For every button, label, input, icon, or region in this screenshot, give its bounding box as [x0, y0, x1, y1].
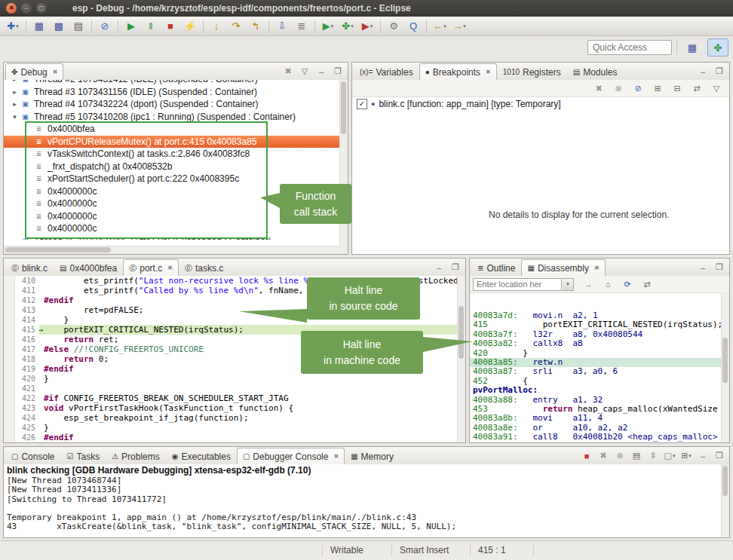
scrollbar-thumb[interactable] [5, 247, 111, 252]
drop-to-frame-icon[interactable]: ⇩ [273, 18, 291, 35]
window-minimize-button[interactable]: – [21, 3, 32, 14]
build-icon[interactable]: ⚙ [385, 18, 403, 35]
stack-frame-row[interactable]: ≣0x4000000c [4, 222, 340, 235]
disassembly-line[interactable]: 420 } [470, 349, 722, 358]
expand-toggle-icon[interactable]: ▸ [10, 237, 20, 240]
open-console-icon[interactable]: ⊞▾ [679, 449, 694, 463]
link-with-debug-icon[interactable]: ⇄ [688, 81, 706, 95]
tab-registers[interactable]: 1010 Registers [497, 63, 567, 80]
close-icon[interactable]: ✖ [594, 265, 600, 271]
disassembly-line[interactable]: 415 portEXIT_CRITICAL_NESTED(irqStatus); [470, 320, 722, 329]
remove-launch-icon[interactable]: ✖ [596, 449, 611, 463]
run-icon[interactable]: ▶▾ [319, 18, 337, 35]
forward-icon[interactable]: →▾ [450, 18, 468, 35]
clear-console-icon[interactable]: ▤ [629, 449, 644, 463]
maximize-icon[interactable]: ❐ [712, 261, 727, 274]
refresh-icon[interactable]: ⟳ [618, 277, 636, 291]
view-menu-icon[interactable]: ▽ [297, 65, 312, 78]
remove-all-launches-icon[interactable]: ⊗ [612, 449, 627, 463]
window-close-button[interactable]: ✖ [6, 3, 17, 14]
scroll-lock-icon[interactable]: ⇳ [646, 449, 661, 463]
step-into-icon[interactable]: ↓ [207, 18, 225, 35]
terminate-icon[interactable]: ■ [579, 449, 594, 463]
editor-line[interactable]: 424 esp_set_breakpoint_if_jtag(function)… [4, 413, 465, 423]
minimize-icon[interactable]: – [695, 65, 710, 78]
editor-line[interactable]: 423void vPortFirstTaskHook(TaskFunction_… [4, 403, 465, 413]
close-icon[interactable]: ✖ [333, 453, 339, 460]
back-icon[interactable]: ←▾ [431, 18, 449, 35]
tab-blink-c[interactable]: ⓒ blink.c [5, 259, 54, 276]
debug-thread-row[interactable]: ▸▣Thread #3 1073431156 (IDLE) (Suspended… [4, 86, 340, 99]
console-vertical-scrollbar[interactable] [721, 464, 729, 537]
disassembly-line[interactable]: 40083a8b: movi a11, 4 [470, 414, 722, 423]
sync-selection-icon[interactable]: ⇄ [638, 277, 656, 291]
debug-thread-row[interactable]: ▸▣Thread #6 1073431096 (Tmr Svc) (Suspen… [4, 235, 340, 240]
disassembly-listing[interactable]: 40083a7d: movi.n a2, 1415 portEXIT_CRITI… [470, 310, 722, 442]
tab-breakpoints[interactable]: ● Breakpoints ✖ [419, 63, 497, 80]
disassembly-line[interactable]: 40083a8e: or a10, a2, a2 [470, 424, 722, 433]
tab-modules[interactable]: ▤ Modules [567, 63, 624, 80]
disassembly-line[interactable]: 40083a82: callx8 a8 [470, 339, 722, 348]
tab-outline[interactable]: ≣ Outline [471, 259, 521, 276]
maximize-icon[interactable]: ❐ [330, 65, 345, 78]
collapse-all-icon[interactable]: ⊟ [668, 81, 686, 95]
close-icon[interactable]: ✖ [486, 69, 491, 75]
disassembly-line[interactable]: 452 { [470, 377, 722, 386]
remove-all-terminated-icon[interactable]: ✖ [281, 65, 296, 78]
stack-frame-row[interactable]: ≣0x4000bfea [4, 123, 340, 136]
suspend-icon[interactable]: ‖ [142, 18, 160, 35]
scrollbar-thumb[interactable] [722, 466, 728, 496]
disassembly-line[interactable]: 40083a7f: l32r a8, 0x40080544 [470, 330, 722, 339]
disassembly-vertical-scrollbar[interactable] [721, 292, 729, 442]
breakpoint-list-item[interactable]: ✓ ● blink.c [function: app_main] [type: … [352, 97, 729, 111]
location-input[interactable] [473, 278, 562, 291]
terminate-icon[interactable]: ■ [161, 18, 179, 35]
expand-toggle-icon[interactable]: ▸ [10, 88, 20, 96]
quick-access-input[interactable] [587, 40, 672, 55]
disassembly-line[interactable]: 40083a88: entry a1, 32 [470, 396, 722, 405]
expand-toggle-icon[interactable]: ▸ [10, 80, 20, 83]
close-icon[interactable]: ✖ [167, 265, 173, 271]
disassembly-line[interactable]: 453 return heap_caps_malloc(xWantedSize [470, 405, 722, 414]
close-icon[interactable]: ✖ [53, 69, 58, 75]
maximize-icon[interactable]: ❐ [712, 449, 727, 463]
display-selected-console-icon[interactable]: ▢▾ [662, 449, 677, 463]
instruction-stepping-icon[interactable]: ≣ [293, 18, 311, 35]
debug-horizontal-scrollbar[interactable] [4, 246, 340, 254]
tab-disassembly[interactable]: ▦ Disassembly ✖ [521, 259, 605, 276]
disassembly-line[interactable]: 40083a7d: movi.n a2, 1 [470, 311, 722, 320]
debug-thread-row[interactable]: ▸▣Thread #4 1073432224 (dport) (Suspende… [4, 98, 340, 111]
expand-all-icon[interactable]: ⊞ [649, 81, 667, 95]
save-icon[interactable]: ▦ [30, 18, 48, 35]
step-return-icon[interactable]: ↰ [247, 18, 265, 35]
tab-console[interactable]: ▢ Console [5, 448, 60, 464]
tab-port-c[interactable]: ⓒ port.c ✖ [123, 259, 179, 276]
disassembly-line[interactable]: 40083a85: retw.n [470, 358, 722, 367]
stack-frame-row[interactable]: ≣vTaskSwitchContext() at tasks.c:2,846 0… [4, 148, 340, 161]
view-menu-icon[interactable]: ▽ [707, 81, 725, 95]
minimize-icon[interactable]: – [695, 449, 710, 463]
remove-breakpoint-icon[interactable]: ✖ [590, 81, 608, 95]
cpp-perspective-icon[interactable]: ▦ [682, 38, 703, 57]
show-breakpoints-for-icon[interactable]: ⊘ [629, 81, 647, 95]
tab-executables[interactable]: ◉ Executables [166, 448, 237, 464]
disassembly-line[interactable]: pvPortMalloc: [470, 386, 722, 395]
debug-vertical-scrollbar[interactable] [339, 80, 348, 254]
debug-perspective-icon[interactable]: ✤ [707, 38, 728, 57]
expand-toggle-icon[interactable]: ▾ [10, 113, 20, 121]
tab-problems[interactable]: ⚠ Problems [106, 448, 166, 464]
window-maximize-button[interactable]: ▢ [36, 3, 47, 14]
editor-line[interactable]: 425} [4, 423, 465, 433]
breakpoint-checkbox[interactable]: ✓ [357, 99, 367, 109]
tab-tasks[interactable]: ☑ Tasks [60, 448, 106, 464]
stack-frame-row[interactable]: ≣vPortCPUReleaseMutex() at port.c:415 0x… [4, 136, 340, 148]
save-all-icon[interactable]: ▩ [50, 18, 68, 35]
tab-variables[interactable]: (x)= Variables [354, 63, 419, 80]
remove-all-breakpoints-icon[interactable]: ⊗ [609, 81, 627, 95]
minimize-icon[interactable]: – [695, 261, 710, 274]
print-icon[interactable]: ▤ [69, 18, 87, 35]
tab-debugger-console[interactable]: ▢ Debugger Console ✖ [237, 448, 345, 464]
minimize-icon[interactable]: – [431, 261, 446, 274]
editor-line[interactable]: 422#if CONFIG_FREERTOS_BREAK_ON_SCHEDULE… [4, 393, 465, 403]
maximize-icon[interactable]: ❐ [712, 65, 727, 78]
